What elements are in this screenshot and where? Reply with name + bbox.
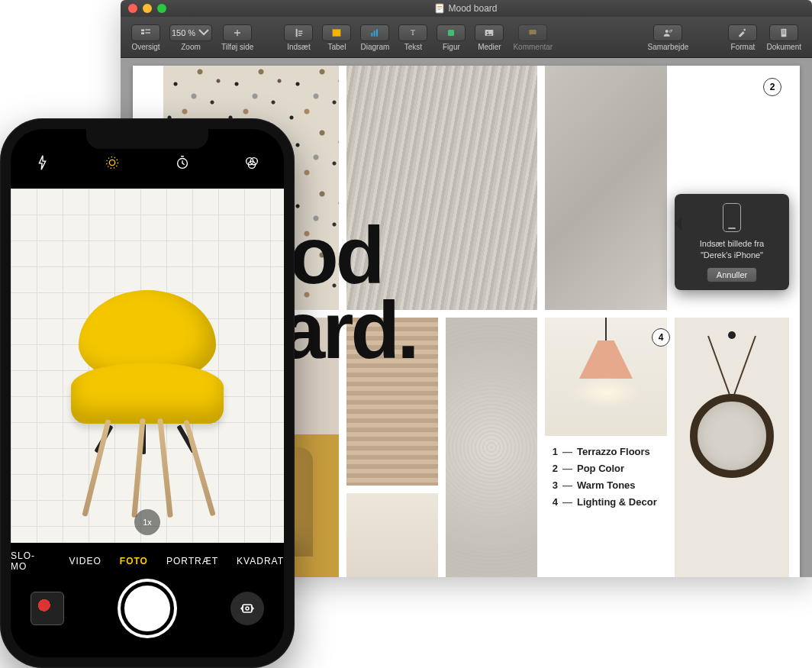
svg-rect-4	[141, 29, 144, 31]
svg-rect-7	[145, 32, 150, 33]
svg-point-19	[744, 28, 746, 31]
camera-top-controls	[11, 146, 284, 179]
live-photo-button[interactable]	[98, 149, 126, 176]
cancel-button[interactable]: Annuller	[707, 267, 757, 282]
svg-point-18	[669, 30, 672, 32]
text-label: Tekst	[404, 43, 422, 51]
svg-point-15	[487, 31, 488, 33]
collaborate-label: Samarbejde	[648, 43, 689, 51]
media-label: Medier	[478, 43, 501, 51]
document-label: Dokument	[766, 43, 801, 51]
view-button[interactable]: Oversigt	[127, 19, 165, 56]
table-button[interactable]: Tabel	[317, 19, 356, 56]
tile-mirror	[675, 318, 789, 577]
svg-rect-3	[437, 9, 440, 10]
svg-rect-11	[376, 29, 378, 36]
camera-mode-selector[interactable]: SLO-MO VIDEO FOTO PORTRÆT KVADRAT	[11, 547, 284, 575]
legend-row: 2—Pop Color	[549, 460, 657, 477]
svg-rect-20	[781, 28, 787, 37]
iphone-bezel: 1x SLO-MO VIDEO FOTO PORTRÆT KVADRAT	[0, 118, 295, 668]
comment-label: Kommentar	[513, 43, 553, 51]
add-page-button[interactable]: Tilføj side	[217, 19, 258, 56]
media-button[interactable]: Medier	[470, 19, 508, 56]
svg-rect-22	[782, 31, 785, 32]
tile-fur	[446, 318, 537, 577]
chart-label: Diagram	[361, 43, 390, 51]
camera-flip-button[interactable]	[230, 592, 264, 625]
zoom-level-button[interactable]: 1x	[134, 509, 160, 535]
camera-viewfinder[interactable]: 1x	[11, 189, 284, 543]
zoom-button[interactable]: 150 % Zoom	[165, 19, 217, 56]
iphone-screen: 1x SLO-MO VIDEO FOTO PORTRÆT KVADRAT	[11, 129, 284, 657]
pages-doc-icon	[435, 3, 444, 14]
add-page-label: Tilføj side	[221, 43, 253, 51]
iphone-device: 1x SLO-MO VIDEO FOTO PORTRÆT KVADRAT	[0, 118, 295, 668]
zoom-value: 150 %	[172, 28, 195, 37]
svg-rect-5	[141, 32, 144, 34]
timer-button[interactable]	[169, 149, 196, 176]
shape-label: Figur	[443, 43, 460, 51]
legend-row: 1—Terrazzo Floors	[549, 444, 657, 460]
svg-rect-2	[437, 8, 442, 8]
window-title-text: Mood board	[448, 3, 497, 14]
collaborate-button[interactable]: Samarbejde	[643, 19, 694, 56]
legend-row: 4—Lighting & Decor	[549, 494, 657, 511]
tile-concrete	[545, 66, 667, 310]
filters-button[interactable]	[238, 149, 266, 176]
flash-button[interactable]	[29, 149, 56, 176]
chevron-down-icon	[198, 27, 210, 39]
svg-rect-1	[437, 6, 442, 7]
svg-rect-9	[372, 33, 373, 37]
svg-point-24	[110, 160, 115, 165]
mode-slomo[interactable]: SLO-MO	[11, 550, 51, 572]
tile-lamp	[545, 318, 667, 436]
svg-point-25	[107, 157, 118, 169]
insert-label: Indsæt	[287, 43, 311, 51]
window-titlebar: Mood board	[121, 0, 812, 17]
shutter-button[interactable]	[121, 582, 174, 635]
continuity-camera-popover: Indsæt billede fra "Derek's iPhone" Annu…	[675, 194, 789, 290]
svg-rect-21	[782, 30, 785, 31]
svg-rect-23	[782, 33, 785, 34]
iphone-outline-icon	[723, 203, 741, 232]
tile-linen	[346, 493, 438, 577]
svg-text:T: T	[411, 28, 416, 37]
chart-button[interactable]: Diagram	[356, 19, 394, 56]
mode-portrait[interactable]: PORTRÆT	[166, 556, 218, 566]
viewfinder-subject-chair	[56, 290, 239, 519]
svg-rect-30	[243, 605, 252, 612]
view-label: Oversigt	[131, 43, 160, 51]
svg-rect-10	[374, 31, 375, 36]
table-label: Tabel	[327, 43, 346, 51]
window-title: Mood board	[121, 3, 812, 14]
document-button[interactable]: Dokument	[762, 19, 806, 56]
format-label: Format	[731, 43, 756, 51]
mode-square[interactable]: KVADRAT	[237, 556, 284, 566]
popover-message: Indsæt billede fra "Derek's iPhone"	[682, 238, 781, 261]
text-button[interactable]: T Tekst	[394, 19, 432, 56]
mode-video[interactable]: VIDEO	[69, 556, 102, 566]
svg-rect-6	[145, 29, 150, 30]
callout-2: 2	[763, 78, 781, 96]
format-button[interactable]: Format	[723, 19, 762, 56]
svg-point-31	[246, 607, 249, 610]
svg-rect-8	[333, 29, 341, 36]
last-photo-thumbnail[interactable]	[31, 592, 64, 625]
mode-photo[interactable]: FOTO	[120, 556, 148, 566]
legend: 1—Terrazzo Floors 2—Pop Color 3—Warm Ton…	[549, 444, 657, 511]
svg-rect-16	[530, 30, 536, 34]
comment-button[interactable]: Kommentar	[508, 19, 557, 56]
legend-row: 3—Warm Tones	[549, 477, 657, 494]
shape-button[interactable]: Figur	[432, 19, 470, 56]
zoom-label: Zoom	[181, 43, 201, 51]
camera-bottom-controls	[11, 578, 284, 639]
iphone-notch	[86, 129, 208, 149]
insert-button[interactable]: Indsæt	[279, 19, 317, 56]
callout-4: 4	[652, 328, 670, 347]
svg-point-17	[665, 30, 669, 33]
toolbar: Oversigt 150 % Zoom Tilføj side Indsæt T…	[121, 17, 812, 58]
svg-rect-13	[448, 30, 454, 36]
